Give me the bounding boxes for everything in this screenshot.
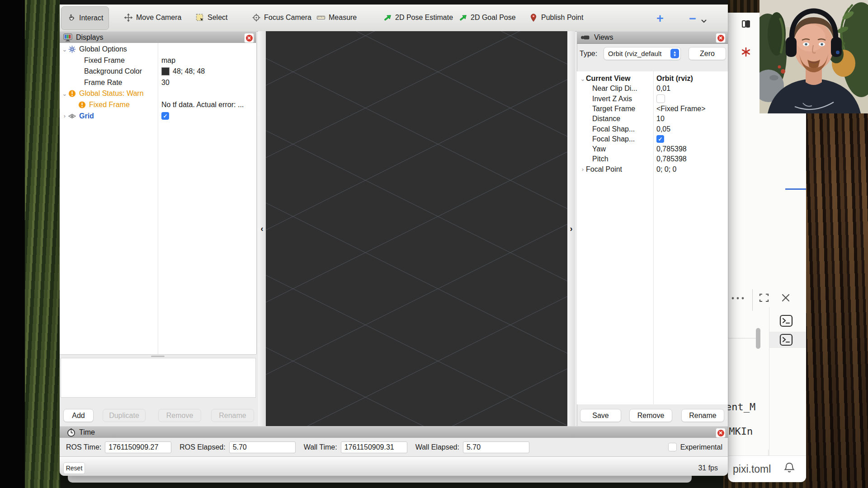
row-value[interactable]: map xyxy=(161,55,175,66)
tool-focus-camera[interactable]: Focus Camera xyxy=(246,6,317,29)
3d-viewport[interactable] xyxy=(266,31,567,426)
row-value[interactable]: No tf data. Actual error: ... xyxy=(161,99,244,110)
tool-select[interactable]: Select xyxy=(190,6,233,29)
row-value[interactable]: 10 xyxy=(656,114,665,124)
displays-row-frame-rate[interactable]: Frame Rate xyxy=(61,77,156,88)
experimental-checkbox-group[interactable]: Experimental xyxy=(668,443,728,451)
time-field-input[interactable]: 1761150909.31 xyxy=(341,441,407,453)
color-swatch xyxy=(161,67,170,75)
expand-icon[interactable] xyxy=(758,292,770,305)
time-field-input[interactable]: 5.70 xyxy=(463,441,529,453)
expander-down-icon[interactable]: ⌄ xyxy=(61,46,68,53)
views-row-focal-shap-[interactable]: Focal Shap... xyxy=(580,134,652,144)
row-value[interactable]: 0; 0; 0 xyxy=(656,164,676,174)
time-close-button[interactable]: ✕ xyxy=(716,428,726,438)
warning-icon xyxy=(78,101,86,109)
add-tool-button[interactable]: + xyxy=(656,12,664,26)
tool-move-camera[interactable]: Move Camera xyxy=(118,6,187,29)
row-value[interactable]: 0,785398 xyxy=(656,144,687,154)
row-value[interactable] xyxy=(656,94,665,104)
chevron-down-icon[interactable] xyxy=(701,17,707,25)
zero-button[interactable]: Zero xyxy=(689,47,726,60)
time-field-label: Wall Time: xyxy=(304,443,337,451)
bell-icon[interactable] xyxy=(783,461,795,476)
expander-down-icon[interactable]: ⌄ xyxy=(580,75,586,82)
displays-row-fixed-frame[interactable]: Fixed Frame xyxy=(61,55,156,66)
divider xyxy=(768,450,769,456)
collapse-left-handle[interactable]: ‹ xyxy=(258,31,266,426)
views-row-invert-z-axis[interactable]: Invert Z Axis xyxy=(580,94,652,104)
displays-row-fixed-frame[interactable]: Fixed Frame xyxy=(61,99,156,110)
terminal-icon[interactable] xyxy=(779,314,793,329)
remove-display-button[interactable]: Remove xyxy=(158,409,201,422)
more-options-icon[interactable] xyxy=(729,293,747,305)
experimental-checkbox[interactable] xyxy=(668,443,677,451)
rename-view-button[interactable]: Rename xyxy=(681,409,724,422)
tool-publish-point[interactable]: Publish Point xyxy=(524,6,589,29)
expander-down-icon[interactable]: ⌄ xyxy=(61,90,68,97)
file-tab-label[interactable]: pixi.toml xyxy=(733,463,771,475)
time-panel-header[interactable]: Time ✕ xyxy=(60,426,728,439)
views-close-button[interactable]: ✕ xyxy=(716,33,726,43)
column-divider[interactable] xyxy=(653,71,654,404)
displays-row-grid[interactable]: ›Grid xyxy=(61,111,156,122)
views-row-target-frame[interactable]: Target Frame xyxy=(580,104,652,114)
row-value[interactable]: Orbit (rviz) xyxy=(656,74,693,84)
time-field-wall-time-: Wall Time:1761150909.31 xyxy=(304,441,407,453)
views-row-near-clip-di-[interactable]: Near Clip Di... xyxy=(580,84,652,94)
duplicate-display-button[interactable]: Duplicate xyxy=(103,409,146,422)
expander-right-icon[interactable]: › xyxy=(580,166,586,173)
row-value[interactable]: ✓ xyxy=(656,134,664,144)
views-row-current-view[interactable]: ⌄Current View xyxy=(580,74,652,84)
tool-goal-pose[interactable]: 2D Goal Pose xyxy=(453,6,521,29)
displays-panel-header[interactable]: Displays ✕ xyxy=(60,31,256,44)
row-value[interactable]: 30 xyxy=(161,77,170,88)
terminal-icon[interactable] xyxy=(779,333,793,348)
displays-row-global-options[interactable]: ⌄Global Options xyxy=(61,44,156,55)
column-divider[interactable] xyxy=(158,43,158,354)
tool-measure[interactable]: Measure xyxy=(311,6,362,29)
interact-icon xyxy=(67,14,76,23)
experimental-label: Experimental xyxy=(680,443,722,451)
add-display-button[interactable]: Add xyxy=(63,409,94,422)
remove-tool-button[interactable]: − xyxy=(689,12,696,26)
views-row-yaw[interactable]: Yaw xyxy=(580,144,652,154)
fps-label: 31 fps xyxy=(698,464,718,472)
checkbox[interactable] xyxy=(656,94,665,103)
save-view-button[interactable]: Save xyxy=(580,409,621,422)
row-value[interactable]: <Fixed Frame> xyxy=(656,104,705,114)
displays-row-background-color[interactable]: Background Color xyxy=(61,66,156,77)
select-icon xyxy=(195,13,204,22)
collapse-right-handle[interactable]: › xyxy=(567,31,575,426)
views-row-focal-shap-[interactable]: Focal Shap... xyxy=(580,124,652,134)
splitter[interactable] xyxy=(60,354,256,357)
remove-view-button[interactable]: Remove xyxy=(629,409,672,422)
view-type-select[interactable]: Orbit (rviz_default ▲▼ xyxy=(604,47,681,60)
views-panel-header[interactable]: Views ✕ xyxy=(577,31,728,44)
views-row-pitch[interactable]: Pitch xyxy=(580,154,652,164)
rename-display-button[interactable]: Rename xyxy=(211,409,254,422)
time-field-input[interactable]: 1761150909.27 xyxy=(105,441,171,453)
displays-row-global-status-warn[interactable]: ⌄Global Status: Warn xyxy=(61,88,156,99)
move-camera-icon xyxy=(124,13,133,22)
checkbox[interactable]: ✓ xyxy=(656,135,664,143)
displays-close-button[interactable]: ✕ xyxy=(244,33,254,43)
row-label: Background Color xyxy=(84,67,142,75)
row-value[interactable]: 0,05 xyxy=(656,124,670,134)
reset-button[interactable]: Reset xyxy=(63,462,85,474)
views-row-focal-point[interactable]: ›Focal Point xyxy=(580,164,652,174)
row-value[interactable]: 0,785398 xyxy=(656,154,687,164)
expander-right-icon[interactable]: › xyxy=(61,113,68,119)
time-panel-title: Time xyxy=(79,428,95,436)
time-field-input[interactable]: 5.70 xyxy=(229,441,296,453)
row-value[interactable]: 0,01 xyxy=(656,84,670,94)
tool-interact[interactable]: Interact xyxy=(61,6,109,30)
columns-icon[interactable] xyxy=(741,19,751,31)
tool-pose-estimate[interactable]: 2D Pose Estimate xyxy=(377,6,458,29)
views-row-distance[interactable]: Distance xyxy=(580,114,652,124)
scrollbar-thumb[interactable] xyxy=(756,328,760,349)
checkbox[interactable]: ✓ xyxy=(161,112,169,120)
row-value[interactable]: 48; 48; 48 xyxy=(161,66,205,77)
close-icon[interactable] xyxy=(780,292,792,305)
row-value[interactable]: ✓ xyxy=(161,111,169,122)
